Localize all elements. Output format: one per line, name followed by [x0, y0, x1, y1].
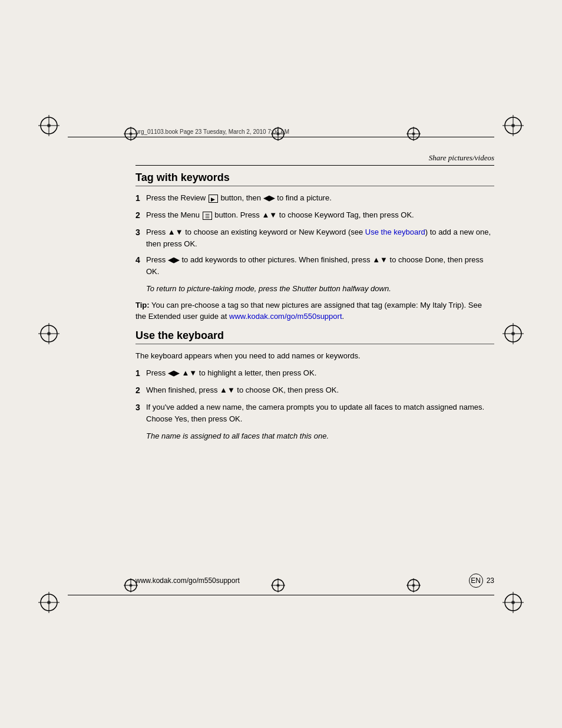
- keyboard-intro: The keyboard appears when you need to ad…: [135, 350, 494, 362]
- tag-step-4: 4 Press ◀▶ to add keywords to other pict…: [135, 254, 494, 277]
- rule-top: [68, 137, 494, 137]
- page-header: Share pictures/videos: [135, 153, 494, 166]
- keyboard-heading: Use the keyboard: [135, 330, 494, 344]
- keyboard-step-1: 1 Press ◀▶ ▲▼ to highlight a letter, the…: [135, 367, 494, 380]
- keyboard-link-1[interactable]: Use the keyboard: [365, 228, 425, 236]
- footer-right: EN 23: [469, 574, 494, 588]
- page-number: 23: [487, 577, 494, 585]
- tip-box: Tip: You can pre-choose a tag so that ne…: [135, 299, 494, 322]
- step-content-2: Press the Menu ☰ button. Press ▲▼ to cho…: [146, 209, 494, 222]
- file-info: urg_01103.book Page 23 Tuesday, March 2,…: [135, 129, 289, 135]
- rule-bottom: [68, 595, 494, 595]
- tag-steps-list: 1 Press the Review ▶ button, then ◀▶ to …: [135, 192, 494, 277]
- tag-italic-note: To return to picture-taking mode, press …: [146, 283, 494, 295]
- step-content-1: Press the Review ▶ button, then ◀▶ to fi…: [146, 192, 494, 205]
- kb-step-content-1: Press ◀▶ ▲▼ to highlight a letter, then …: [146, 367, 494, 380]
- en-badge: EN: [469, 574, 483, 588]
- ud-arrows-2: ▲▼: [262, 210, 277, 219]
- tip-text-after: .: [342, 312, 345, 321]
- ud-arrows-3: ▲▼: [168, 228, 183, 236]
- keyboard-step-3: 3 If you've added a new name, the camera…: [135, 401, 494, 424]
- tip-link[interactable]: www.kodak.com/go/m550support: [229, 312, 342, 321]
- use-keyboard-section: Use the keyboard The keyboard appears wh…: [135, 330, 494, 442]
- ud-arrows-4: ▲▼: [372, 255, 388, 264]
- step-num-4: 4: [135, 254, 146, 277]
- reg-mark-br: [503, 592, 524, 613]
- page-footer: www.kodak.com/go/m550support EN 23: [135, 574, 494, 588]
- step-content-3: Press ▲▼ to choose an existing keyword o…: [146, 226, 494, 249]
- lr-arrows-4: ◀▶: [168, 255, 180, 264]
- lr-arrows-kb1: ◀▶: [168, 368, 180, 377]
- step-content-4: Press ◀▶ to add keywords to other pictur…: [146, 254, 494, 277]
- keyboard-italic-note: The name is assigned to all faces that m…: [146, 430, 494, 442]
- main-content: Share pictures/videos Tag with keywords …: [135, 153, 494, 587]
- reg-mark-tc3: [406, 127, 421, 141]
- kb-step-num-2: 2: [135, 384, 146, 397]
- reg-mark-tr: [503, 115, 524, 136]
- tip-label: Tip:: [135, 301, 150, 309]
- step-num-3: 3: [135, 226, 146, 249]
- page: urg_01103.book Page 23 Tuesday, March 2,…: [0, 0, 562, 728]
- ud-arrows-kb1: ▲▼: [181, 368, 197, 377]
- ud-arrows-kb2: ▲▼: [220, 386, 235, 394]
- kb-step-content-2: When finished, press ▲▼ to choose OK, th…: [146, 384, 494, 397]
- kb-step-num-1: 1: [135, 367, 146, 380]
- review-button-icon: ▶: [209, 195, 218, 203]
- tag-with-keywords-section: Tag with keywords 1 Press the Review ▶ b…: [135, 172, 494, 322]
- reg-mark-mr: [503, 323, 524, 344]
- tag-heading: Tag with keywords: [135, 172, 494, 186]
- kb-step-content-3: If you've added a new name, the camera p…: [146, 401, 494, 424]
- lr-arrows-1: ◀▶: [263, 193, 275, 202]
- tag-step-1: 1 Press the Review ▶ button, then ◀▶ to …: [135, 192, 494, 205]
- keyboard-step-2: 2 When finished, press ▲▼ to choose OK, …: [135, 384, 494, 397]
- tag-step-2: 2 Press the Menu ☰ button. Press ▲▼ to c…: [135, 209, 494, 222]
- footer-url: www.kodak.com/go/m550support: [135, 577, 240, 585]
- keyboard-steps-list: 1 Press ◀▶ ▲▼ to highlight a letter, the…: [135, 367, 494, 424]
- reg-mark-bl: [38, 592, 59, 613]
- menu-button-icon: ☰: [203, 212, 212, 220]
- step-num-2: 2: [135, 209, 146, 222]
- header-text: Share pictures/videos: [429, 153, 494, 162]
- kb-step-num-3: 3: [135, 401, 146, 424]
- step-num-1: 1: [135, 192, 146, 205]
- reg-mark-ml: [38, 323, 59, 344]
- tag-step-3: 3 Press ▲▼ to choose an existing keyword…: [135, 226, 494, 249]
- reg-mark-tl: [38, 115, 59, 136]
